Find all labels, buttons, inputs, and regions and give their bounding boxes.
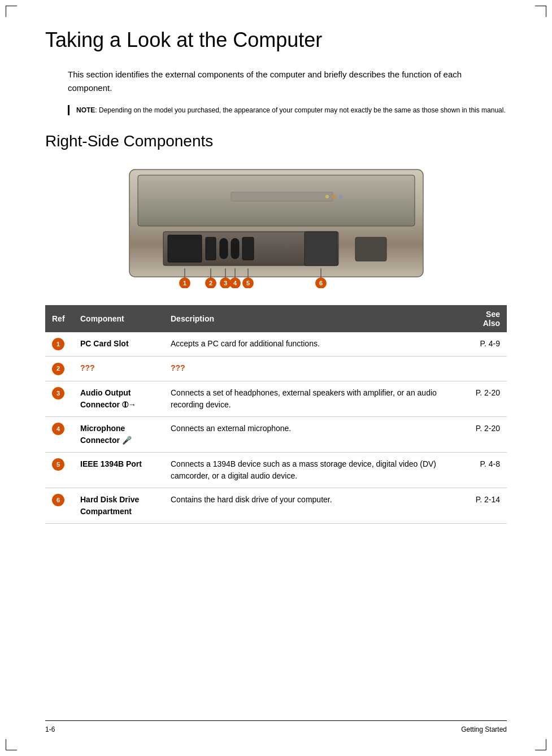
svg-rect-12 — [305, 232, 337, 266]
corner-mark-bottom-left — [6, 739, 17, 750]
see-also-cell: P. 2-20 — [462, 416, 507, 452]
ref-cell: 5 — [45, 452, 73, 488]
component-name-2: ??? — [80, 363, 95, 372]
see-also-3: P. 2-20 — [476, 388, 500, 397]
description-cell: Connects an external microphone. — [164, 416, 462, 452]
ref-badge-5: 5 — [52, 458, 64, 471]
component-cell: ??? — [73, 357, 164, 381]
col-component: Component — [73, 305, 164, 332]
col-ref: Ref — [45, 305, 73, 332]
svg-point-4 — [332, 195, 336, 198]
ref-badge-3: 3 — [52, 387, 64, 399]
col-description: Description — [164, 305, 462, 332]
description-cell: ??? — [164, 357, 462, 381]
laptop-image-area: 1 2 3 4 5 6 — [45, 164, 507, 288]
component-cell: PC Card Slot — [73, 332, 164, 357]
description-text-6: Contains the hard disk drive of your com… — [171, 495, 332, 504]
table-body: 1 PC Card Slot Accepts a PC card for add… — [45, 332, 507, 523]
svg-rect-8 — [206, 237, 216, 260]
page-container: Taking a Look at the Computer This secti… — [0, 0, 552, 756]
table-row: 4 Microphone Connector 🎤 Connects an ext… — [45, 416, 507, 452]
svg-text:3: 3 — [223, 280, 227, 286]
table-row: 3 Audio Output Connector ⦷→ Connects a s… — [45, 381, 507, 416]
svg-rect-7 — [168, 235, 202, 262]
corner-mark-bottom-right — [535, 739, 546, 750]
intro-text: This section identifies the external com… — [68, 68, 507, 95]
description-cell: Contains the hard disk drive of your com… — [164, 488, 462, 523]
corner-mark-top-right — [535, 6, 546, 17]
components-table: Ref Component Description See Also 1 PC … — [45, 305, 507, 524]
svg-point-5 — [339, 195, 342, 198]
note-label: NOTE — [76, 106, 95, 114]
note-box: NOTE: Depending on the model you purchas… — [68, 105, 507, 115]
svg-text:4: 4 — [233, 280, 237, 286]
page-footer: 1-6 Getting Started — [45, 720, 507, 733]
ref-cell: 2 — [45, 357, 73, 381]
svg-point-3 — [325, 195, 329, 198]
component-cell: IEEE 1394B Port — [73, 452, 164, 488]
svg-rect-2 — [231, 192, 333, 201]
col-see-also: See Also — [462, 305, 507, 332]
table-row: 2 ??? ??? — [45, 357, 507, 381]
see-also-cell: P. 4-8 — [462, 452, 507, 488]
corner-mark-top-left — [6, 6, 17, 17]
table-header-row: Ref Component Description See Also — [45, 305, 507, 332]
see-also-1: P. 4-9 — [480, 339, 500, 348]
svg-rect-10 — [231, 238, 239, 259]
note-text: : Depending on the model you purchased, … — [95, 106, 505, 114]
description-text-4: Connects an external microphone. — [171, 424, 291, 433]
laptop-svg: 1 2 3 4 5 6 — [118, 164, 434, 288]
ref-badge-6: 6 — [52, 494, 64, 506]
description-text-2: ??? — [171, 363, 185, 372]
table-header: Ref Component Description See Also — [45, 305, 507, 332]
see-also-cell — [462, 357, 507, 381]
ref-badge-4: 4 — [52, 423, 64, 435]
footer-label: Getting Started — [461, 725, 507, 733]
see-also-6: P. 2-14 — [476, 495, 500, 504]
ref-cell: 4 — [45, 416, 73, 452]
component-name-1: PC Card Slot — [80, 339, 129, 348]
svg-rect-11 — [242, 237, 254, 260]
svg-text:2: 2 — [208, 280, 212, 286]
description-text-3: Connects a set of headphones, external s… — [171, 388, 437, 409]
description-cell: Connects a set of headphones, external s… — [164, 381, 462, 416]
description-text-1: Accepts a PC card for additional functio… — [171, 339, 320, 348]
component-name-3: Audio Output Connector ⦷→ — [80, 388, 136, 409]
table-row: 6 Hard Disk Drive Compartment Contains t… — [45, 488, 507, 523]
component-cell: Audio Output Connector ⦷→ — [73, 381, 164, 416]
svg-rect-13 — [355, 237, 386, 261]
laptop-illustration-svg: 1 2 3 4 5 6 — [118, 164, 434, 288]
ref-badge-2: 2 — [52, 363, 64, 375]
component-name-5: IEEE 1394B Port — [80, 459, 142, 468]
description-text-5: Connects a 1394B device such as a mass s… — [171, 459, 436, 480]
see-also-cell: P. 2-14 — [462, 488, 507, 523]
svg-text:5: 5 — [246, 280, 249, 286]
see-also-cell: P. 4-9 — [462, 332, 507, 357]
footer-page-num: 1-6 — [45, 725, 55, 733]
ref-cell: 3 — [45, 381, 73, 416]
see-also-4: P. 2-20 — [476, 424, 500, 433]
component-cell: Hard Disk Drive Compartment — [73, 488, 164, 523]
svg-rect-9 — [220, 238, 228, 259]
component-name-4: Microphone Connector 🎤 — [80, 424, 132, 445]
ref-badge-1: 1 — [52, 338, 64, 350]
description-cell: Connects a 1394B device such as a mass s… — [164, 452, 462, 488]
see-also-5: P. 4-8 — [480, 459, 500, 468]
svg-text:1: 1 — [182, 280, 186, 286]
page-title: Taking a Look at the Computer — [45, 28, 507, 52]
ref-cell: 6 — [45, 488, 73, 523]
component-cell: Microphone Connector 🎤 — [73, 416, 164, 452]
component-name-6: Hard Disk Drive Compartment — [80, 495, 139, 516]
svg-text:6: 6 — [319, 280, 322, 286]
table-row: 1 PC Card Slot Accepts a PC card for add… — [45, 332, 507, 357]
description-cell: Accepts a PC card for additional functio… — [164, 332, 462, 357]
ref-cell: 1 — [45, 332, 73, 357]
table-row: 5 IEEE 1394B Port Connects a 1394B devic… — [45, 452, 507, 488]
section-heading: Right-Side Components — [45, 132, 507, 150]
see-also-cell: P. 2-20 — [462, 381, 507, 416]
